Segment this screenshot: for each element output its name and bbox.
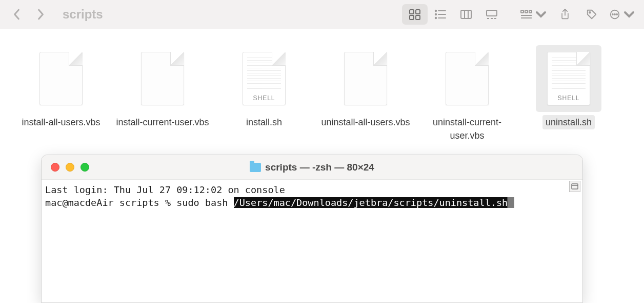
svg-rect-2	[410, 15, 414, 20]
file-icon-wrap	[28, 45, 94, 112]
folder-title: scripts	[63, 7, 103, 22]
terminal-title: scripts — -zsh — 80×24	[42, 162, 582, 173]
file-name-label: install-current-user.vbs	[113, 115, 212, 129]
svg-rect-3	[416, 15, 420, 20]
terminal-title-text: scripts — -zsh — 80×24	[265, 162, 374, 173]
shell-file-icon: SHELL	[243, 52, 286, 105]
svg-rect-18	[525, 10, 528, 13]
terminal-window: scripts — -zsh — 80×24 Last login: Thu J…	[41, 155, 583, 303]
file-icon-wrap: SHELL	[231, 45, 297, 112]
maximize-window-button[interactable]	[80, 163, 89, 172]
file-icon-wrap: SHELL	[536, 45, 601, 112]
svg-rect-13	[487, 10, 497, 16]
shell-file-icon: SHELL	[547, 52, 590, 105]
terminal-cursor	[508, 197, 514, 208]
group-by-button[interactable]	[518, 4, 550, 25]
file-item[interactable]: uninstall-all-users.vbs	[315, 45, 416, 143]
svg-point-22	[589, 12, 591, 13]
svg-point-25	[614, 14, 615, 15]
folder-icon	[250, 163, 261, 172]
back-button[interactable]	[7, 5, 27, 24]
terminal-highlighted-path: /Users/mac/Downloads/jetbra/scripts/unin…	[234, 197, 508, 208]
terminal-prompt: mac@macdeAir scripts %	[45, 197, 176, 208]
generic-file-icon	[446, 52, 489, 105]
terminal-sidebar-toggle[interactable]	[569, 181, 580, 192]
svg-point-8	[435, 17, 436, 18]
file-icon-wrap	[434, 45, 500, 112]
shell-badge: SHELL	[548, 94, 590, 102]
generic-file-icon	[344, 52, 387, 105]
finder-toolbar: scripts	[0, 0, 644, 29]
forward-button[interactable]	[31, 5, 50, 24]
terminal-titlebar[interactable]: scripts — -zsh — 80×24	[42, 155, 582, 180]
file-name-label: install-all-users.vbs	[18, 115, 103, 129]
file-item[interactable]: SHELLuninstall.sh	[518, 45, 619, 143]
terminal-command: sudo bash	[176, 197, 233, 208]
column-view-button[interactable]	[453, 4, 479, 25]
file-name-label: uninstall-current-user.vbs	[416, 115, 518, 143]
svg-point-4	[435, 10, 436, 11]
file-item[interactable]: SHELLinstall.sh	[213, 45, 315, 143]
generic-file-icon	[39, 52, 83, 105]
gallery-view-button[interactable]	[479, 4, 505, 25]
file-item[interactable]: uninstall-current-user.vbs	[416, 45, 518, 143]
view-mode-group	[402, 4, 505, 25]
more-actions-button[interactable]	[607, 4, 637, 25]
close-window-button[interactable]	[51, 163, 59, 172]
generic-file-icon	[141, 52, 184, 105]
svg-rect-27	[572, 184, 578, 189]
svg-rect-10	[461, 10, 471, 18]
svg-rect-0	[410, 10, 414, 14]
terminal-last-login: Last login: Thu Jul 27 09:12:02 on conso…	[45, 184, 285, 195]
svg-rect-1	[416, 10, 420, 14]
file-item[interactable]: install-current-user.vbs	[112, 45, 213, 143]
minimize-window-button[interactable]	[66, 163, 74, 172]
file-item[interactable]: install-all-users.vbs	[10, 45, 112, 143]
svg-rect-17	[521, 10, 524, 13]
svg-point-26	[616, 14, 617, 15]
file-icon-wrap	[130, 45, 195, 112]
file-name-label: uninstall.sh	[542, 115, 595, 129]
file-name-label: install.sh	[243, 115, 285, 129]
tags-button[interactable]	[580, 4, 603, 25]
shell-badge: SHELL	[243, 94, 285, 102]
svg-point-6	[435, 14, 436, 15]
share-button[interactable]	[554, 4, 576, 25]
svg-rect-19	[529, 10, 532, 13]
file-icon-wrap	[333, 45, 398, 112]
file-grid: install-all-users.vbsinstall-current-use…	[0, 29, 644, 143]
terminal-body[interactable]: Last login: Thu Jul 27 09:12:02 on conso…	[42, 180, 582, 214]
svg-point-24	[612, 14, 613, 15]
traffic-lights	[51, 163, 89, 172]
icon-view-button[interactable]	[402, 4, 428, 25]
file-name-label: uninstall-all-users.vbs	[318, 115, 413, 129]
list-view-button[interactable]	[428, 4, 453, 25]
